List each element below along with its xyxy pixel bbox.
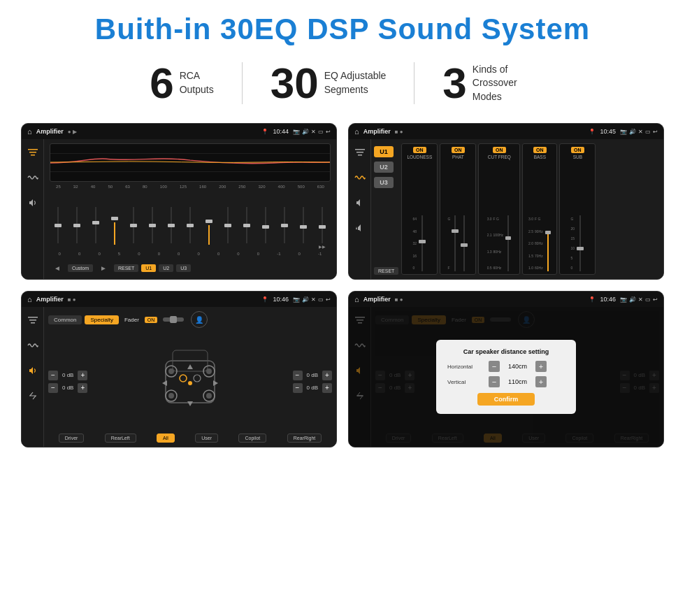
sub-label: SUB bbox=[573, 155, 582, 159]
eq-controls: ◄ Custom ► RESET U1 U2 U3 bbox=[50, 261, 331, 275]
svg-marker-25 bbox=[187, 364, 193, 369]
stat-rca-number: 6 bbox=[150, 62, 173, 105]
u3-button[interactable]: U3 bbox=[374, 177, 394, 188]
u2-button[interactable]: U2 bbox=[374, 162, 394, 173]
fader-tabs: Common Specialty Fader ON 👤 bbox=[48, 311, 332, 328]
crossover-side-icons bbox=[349, 139, 371, 279]
eq-time: 10:44 bbox=[273, 128, 289, 135]
confirm-button[interactable]: Confirm bbox=[477, 393, 535, 406]
horizontal-plus-button[interactable]: + bbox=[535, 361, 547, 372]
eq-freq-labels: 253240506380100125160200250320400500630 bbox=[50, 185, 331, 189]
dialog-vertical-row: Vertical − 110cm + bbox=[447, 376, 565, 387]
u1-button[interactable]: U1 bbox=[374, 146, 394, 157]
crossover-icon-vol[interactable] bbox=[352, 220, 368, 236]
dialog-box: Car speaker distance setting Horizontal … bbox=[436, 340, 576, 414]
svg-point-19 bbox=[168, 393, 174, 399]
common-tab[interactable]: Common bbox=[48, 315, 82, 324]
sub-panel: ON SUB G20151050 bbox=[559, 143, 596, 275]
left-bottom-minus[interactable]: − bbox=[48, 383, 58, 393]
fader-icon-arrows[interactable] bbox=[25, 388, 41, 403]
fader-icon-filter[interactable] bbox=[25, 313, 41, 328]
svg-rect-6 bbox=[355, 149, 365, 150]
phat-panel: ON PHAT GF bbox=[440, 143, 476, 275]
dialog-screen: ⌂ Amplifier ■ ● 📍 10:46 📷🔊✕▭↩ bbox=[348, 291, 664, 447]
dialog-time: 10:46 bbox=[600, 296, 616, 303]
cutfreq-panel: ON CUT FREQ 3.02.11.30.5 F G100Hz80Hz60H… bbox=[478, 143, 520, 275]
home-icon-3[interactable]: ⌂ bbox=[27, 295, 32, 303]
svg-point-24 bbox=[194, 375, 201, 382]
crossover-reset-button[interactable]: RESET bbox=[374, 267, 398, 275]
u-buttons-col: U1 U2 U3 RESET bbox=[374, 143, 398, 275]
right-top-value: 0 dB bbox=[307, 372, 318, 378]
fader-main: − 0 dB + − 0 dB + bbox=[48, 332, 332, 431]
left-top-plus[interactable]: + bbox=[78, 371, 87, 380]
dialog-app-name: Amplifier bbox=[363, 296, 391, 303]
right-top-minus[interactable]: − bbox=[293, 371, 303, 380]
eq-icon-filter[interactable] bbox=[25, 145, 41, 160]
vertical-minus-button[interactable]: − bbox=[489, 376, 500, 387]
home-icon[interactable]: ⌂ bbox=[27, 127, 32, 136]
fader-icon-speaker[interactable] bbox=[25, 363, 41, 378]
eq-content: 253240506380100125160200250320400500630 bbox=[44, 139, 336, 279]
crossover-icon-wave[interactable] bbox=[352, 170, 368, 185]
left-bottom-plus[interactable]: + bbox=[78, 383, 87, 393]
eq-u2-button[interactable]: U2 bbox=[159, 264, 173, 272]
eq-icon-speaker[interactable] bbox=[25, 195, 41, 210]
dialog-status-icons: 📷🔊✕▭↩ bbox=[620, 296, 658, 303]
eq-u3-button[interactable]: U3 bbox=[176, 264, 191, 272]
driver-btn[interactable]: Driver bbox=[59, 434, 85, 443]
fader-left-top: − 0 dB + bbox=[48, 371, 87, 380]
home-icon-2[interactable]: ⌂ bbox=[354, 127, 359, 136]
svg-rect-10 bbox=[29, 320, 36, 321]
loudness-panel: ON LOUDNESS 644832160 bbox=[401, 143, 438, 275]
stat-crossover-label: Kinds of Crossover Modes bbox=[473, 63, 535, 104]
cutfreq-label: CUT FREQ bbox=[488, 155, 511, 159]
fader-settings-icon[interactable]: 👤 bbox=[191, 311, 208, 328]
loudness-label: LOUDNESS bbox=[407, 155, 432, 159]
right-top-plus[interactable]: + bbox=[322, 371, 332, 380]
eq-prev-button[interactable]: ◄ bbox=[50, 263, 65, 273]
left-bottom-value: 0 dB bbox=[62, 385, 73, 391]
all-btn[interactable]: All bbox=[157, 434, 175, 443]
copilot-btn[interactable]: Copilot bbox=[238, 434, 266, 443]
eq-u1-button[interactable]: U1 bbox=[141, 264, 156, 272]
stat-eq: 30 EQ Adjustable Segments bbox=[243, 62, 414, 105]
fader-side-icons bbox=[22, 307, 44, 447]
user-btn[interactable]: User bbox=[195, 434, 218, 443]
crossover-time: 10:45 bbox=[600, 128, 616, 135]
screenshots-grid: ⌂ Amplifier ● ▶ 📍 10:44 📷🔊✕▭↩ bbox=[21, 123, 664, 447]
eq-icon-wave[interactable] bbox=[25, 170, 41, 185]
eq-screen: ⌂ Amplifier ● ▶ 📍 10:44 📷🔊✕▭↩ bbox=[21, 123, 337, 280]
eq-play-button[interactable]: ► bbox=[96, 263, 111, 273]
eq-screen-body: 253240506380100125160200250320400500630 bbox=[22, 139, 336, 279]
crossover-panels: ON LOUDNESS 644832160 bbox=[401, 143, 661, 275]
dialog-title: Car speaker distance setting bbox=[447, 348, 565, 355]
svg-rect-2 bbox=[31, 155, 35, 156]
specialty-tab[interactable]: Specialty bbox=[85, 315, 118, 324]
cutfreq-on: ON bbox=[493, 147, 506, 153]
phat-on: ON bbox=[452, 147, 465, 153]
crossover-app-name: Amplifier bbox=[363, 128, 391, 135]
fader-content: Common Specialty Fader ON 👤 bbox=[44, 307, 336, 447]
home-icon-4[interactable]: ⌂ bbox=[354, 295, 359, 303]
fader-icon-wave[interactable] bbox=[25, 338, 41, 353]
rearleft-btn[interactable]: RearLeft bbox=[105, 434, 136, 443]
car-diagram bbox=[93, 332, 287, 431]
svg-marker-28 bbox=[213, 380, 218, 386]
right-bottom-minus[interactable]: − bbox=[293, 383, 303, 393]
horizontal-minus-button[interactable]: − bbox=[489, 361, 500, 372]
bass-on: ON bbox=[533, 147, 547, 153]
crossover-icon-filter[interactable] bbox=[352, 145, 368, 160]
fader-on-badge: ON bbox=[145, 317, 158, 323]
crossover-icon-speaker[interactable] bbox=[352, 195, 368, 210]
eq-preset-button[interactable]: Custom bbox=[68, 264, 93, 272]
vertical-plus-button[interactable]: + bbox=[535, 376, 547, 387]
svg-point-23 bbox=[188, 381, 192, 385]
rearright-btn[interactable]: RearRight bbox=[287, 434, 322, 443]
eq-reset-button[interactable]: RESET bbox=[114, 264, 138, 272]
sub-on: ON bbox=[571, 147, 584, 153]
fader-left-bottom: − 0 dB + bbox=[48, 383, 87, 393]
left-top-minus[interactable]: − bbox=[48, 371, 58, 380]
right-bottom-plus[interactable]: + bbox=[322, 383, 332, 393]
dialog-vertical-label: Vertical bbox=[447, 379, 486, 385]
